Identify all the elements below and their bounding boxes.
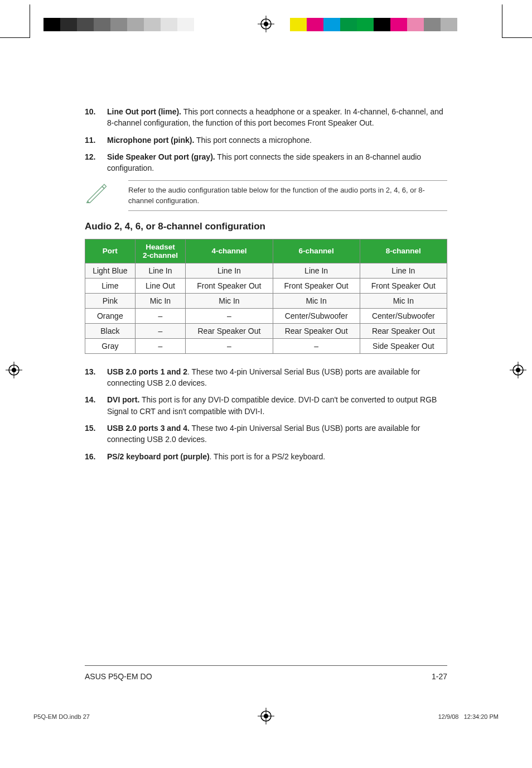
registration-target-icon [258,16,274,34]
table-cell: Rear Speaker Out [273,323,360,338]
list-text: Side Speaker Out port (gray). This port … [107,151,447,174]
printer-registration-row [0,8,532,33]
table-cell: Front Speaker Out [186,278,273,293]
table-cell: Center/Subwoofer [360,308,447,323]
list-bold: USB 2.0 ports 3 and 4. [107,424,190,433]
list-bold: PS/2 keyboard port (purple) [107,452,210,461]
page-content: 10.Line Out port (lime). This port conne… [85,106,447,468]
page-footer: ASUS P5Q-EM DO 1-27 [85,672,447,681]
swatch [144,18,161,31]
list-item: 16.PS/2 keyboard port (purple). This por… [85,451,447,462]
swatch [357,18,374,31]
print-timestamp: 12/9/08 12:34:20 PM [438,713,499,720]
table-cell: Side Speaker Out [360,338,447,353]
print-meta-row: P5Q-EM DO.indb 27 12/9/08 12:34:20 PM [33,713,499,720]
list-text: DVI port. This port is for any DVI-D com… [107,394,447,417]
table-cell: Line In [360,263,447,278]
swatch [374,18,390,31]
list-bold: Line Out port (lime). [107,107,181,116]
swatch [407,18,424,31]
table-header: 6-channel [273,239,360,263]
note-text: Refer to the audio configuration table b… [128,185,447,205]
list-item: 11.Microphone port (pink). This port con… [85,135,447,146]
table-row: Gray–––Side Speaker Out [85,338,447,353]
table-cell: Pink [85,293,136,308]
swatch [441,18,457,31]
table-cell: Front Speaker Out [273,278,360,293]
footer-rule [85,665,447,666]
list-number: 11. [85,135,107,146]
swatch [110,18,127,31]
swatch [194,18,211,31]
list-item: 13.USB 2.0 ports 1 and 2. These two 4-pi… [85,366,447,389]
note-block: Refer to the audio configuration table b… [85,180,447,210]
table-cell: Line Out [135,278,186,293]
table-cell: Center/Subwoofer [273,308,360,323]
list-number: 14. [85,394,107,417]
list-text: Line Out port (lime). This port connects… [107,106,447,129]
swatch [77,18,94,31]
table-row: PinkMic InMic InMic InMic In [85,293,447,308]
list-number: 10. [85,106,107,129]
audio-config-table: PortHeadset2-channel4-channel6-channel8-… [85,239,447,354]
list-bold: Side Speaker Out port (gray). [107,152,215,161]
port-list-upper: 10.Line Out port (lime). This port conne… [85,106,447,174]
list-item: 12.Side Speaker Out port (gray). This po… [85,151,447,174]
list-bold: USB 2.0 ports 1 and 2 [107,367,187,376]
footer-page-number: 1-27 [432,672,447,681]
table-cell: Rear Speaker Out [186,323,273,338]
table-cell: – [135,308,186,323]
list-text: Microphone port (pink). This port connec… [107,135,447,146]
table-header: Port [85,239,136,263]
swatch [94,18,110,31]
table-cell: Mic In [273,293,360,308]
table-row: Orange––Center/SubwooferCenter/Subwoofer [85,308,447,323]
list-item: 14.DVI port. This port is for any DVI-D … [85,394,447,417]
list-item: 10.Line Out port (lime). This port conne… [85,106,447,129]
table-row: LimeLine OutFront Speaker OutFront Speak… [85,278,447,293]
list-text: USB 2.0 ports 3 and 4. These two 4-pin U… [107,423,447,445]
list-number: 13. [85,366,107,389]
section-title: Audio 2, 4, 6, or 8-channel configuratio… [85,221,447,232]
table-header: Headset2-channel [135,239,186,263]
table-cell: Orange [85,308,136,323]
list-rest: This port connects a microphone. [194,136,312,145]
crop-mark-icon [502,4,532,38]
table-row: Light BlueLine InLine InLine InLine In [85,263,447,278]
list-rest: . This port is for a PS/2 keyboard. [210,452,326,461]
swatch [161,18,177,31]
list-number: 15. [85,423,107,445]
list-text: PS/2 keyboard port (purple). This port i… [107,451,447,462]
table-cell: – [186,338,273,353]
list-bold: Microphone port (pink). [107,136,194,145]
table-cell: Line In [186,263,273,278]
swatch [340,18,357,31]
list-rest: This port is for any DVI-D compatible de… [107,395,437,415]
table-header: 8-channel [360,239,447,263]
list-bold: DVI port. [107,395,139,404]
table-cell: Light Blue [85,263,136,278]
crop-mark-icon [0,4,30,38]
table-cell: Rear Speaker Out [360,323,447,338]
table-cell: – [273,338,360,353]
indb-filename: P5Q-EM DO.indb 27 [33,713,90,720]
list-text: USB 2.0 ports 1 and 2. These two 4-pin U… [107,366,447,389]
list-number: 16. [85,451,107,462]
port-list-lower: 13.USB 2.0 ports 1 and 2. These two 4-pi… [85,366,447,462]
swatch [60,18,77,31]
table-cell: Lime [85,278,136,293]
gray-swatch-strip [43,18,211,31]
table-header: 4-channel [186,239,273,263]
pencil-icon [85,180,115,207]
color-swatch-strip [290,18,457,31]
table-cell: Front Speaker Out [360,278,447,293]
table-cell: Mic In [360,293,447,308]
table-cell: – [186,308,273,323]
table-cell: – [135,338,186,353]
table-cell: Black [85,323,136,338]
swatch [424,18,441,31]
swatch [390,18,407,31]
swatch [290,18,307,31]
table-cell: Mic In [135,293,186,308]
registration-target-icon [510,362,526,380]
